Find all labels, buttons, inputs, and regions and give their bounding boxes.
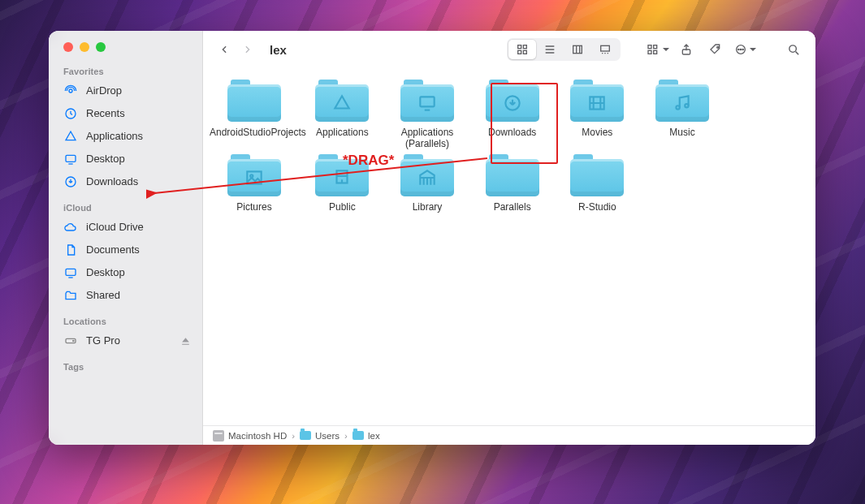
folder-icon	[300, 431, 311, 440]
folder-icon	[570, 154, 624, 196]
download-circle-icon	[63, 174, 78, 189]
folder-item[interactable]: AndroidStudioProjects	[210, 80, 299, 149]
sidebar-item-airdrop[interactable]: AirDrop	[49, 80, 202, 102]
clock-icon	[63, 106, 78, 121]
document-icon	[63, 243, 78, 257]
chevron-right-icon: ›	[292, 431, 295, 441]
svg-point-0	[69, 89, 72, 93]
path-crumb-label: Macintosh HD	[228, 431, 287, 441]
sidebar-item-icloud-drive[interactable]: iCloud Drive	[49, 216, 202, 239]
sidebar-item-label: Desktop	[86, 265, 125, 281]
folder-label: R-Studio	[578, 201, 616, 213]
folder-item[interactable]: Pictures	[210, 154, 299, 213]
sidebar-item-applications[interactable]: Applications	[49, 125, 202, 148]
folder-icon	[570, 80, 624, 122]
svg-rect-2	[66, 155, 76, 162]
search-button[interactable]	[781, 39, 806, 60]
folder-icon	[352, 431, 364, 440]
view-mode-segment	[507, 38, 621, 61]
toolbar: lex	[203, 31, 815, 68]
folder-icon	[315, 80, 369, 122]
view-icons-button[interactable]	[508, 40, 536, 59]
back-button[interactable]	[213, 38, 236, 61]
view-gallery-button[interactable]	[591, 40, 619, 59]
sidebar-item-desktop[interactable]: Desktop	[49, 148, 202, 170]
folder-item[interactable]: Movies	[556, 80, 639, 149]
path-crumb[interactable]: lex	[352, 431, 380, 441]
folder-label: Library	[413, 201, 443, 213]
folder-item[interactable]: R-Studio	[556, 154, 639, 213]
group-by-button[interactable]	[645, 39, 669, 60]
folder-label: Movies	[582, 127, 612, 138]
svg-point-18	[717, 46, 719, 48]
tags-button[interactable]	[703, 39, 728, 60]
folder-sublabel: (Parallels)	[405, 138, 449, 149]
path-bar: Macintosh HD › Users › lex	[203, 425, 815, 445]
desktop-icon	[63, 152, 78, 166]
window-title: lex	[270, 43, 287, 57]
svg-rect-10	[523, 50, 526, 54]
folder-label: Downloads	[488, 127, 536, 138]
view-list-button[interactable]	[536, 40, 564, 59]
svg-rect-11	[573, 45, 582, 53]
finder-window: Favorites AirDrop Recents Applications	[49, 31, 815, 445]
svg-point-20	[737, 49, 738, 50]
sidebar-section-tags: Tags	[49, 359, 202, 375]
folder-label: Applications	[316, 127, 369, 138]
minimize-window-button[interactable]	[80, 42, 89, 52]
folder-item[interactable]: Applications	[301, 80, 384, 149]
sidebar-item-documents[interactable]: Documents	[49, 239, 202, 261]
folder-item[interactable]: Parallels	[470, 154, 554, 213]
folder-icon	[227, 80, 281, 122]
svg-point-6	[73, 340, 74, 341]
sidebar-item-label: AirDrop	[86, 83, 122, 99]
sidebar-item-label: TG Pro	[86, 333, 120, 349]
path-crumb[interactable]: Macintosh HD	[213, 430, 287, 442]
fullscreen-window-button[interactable]	[96, 42, 106, 52]
path-crumb-label: lex	[368, 431, 380, 441]
window-body: Favorites AirDrop Recents Applications	[49, 31, 815, 445]
sidebar-section-icloud: iCloud	[49, 200, 202, 216]
folder-item[interactable]: Public	[301, 154, 384, 213]
folder-item[interactable]: Music	[641, 80, 724, 149]
sidebar-item-label: Shared	[86, 287, 120, 304]
svg-rect-16	[653, 50, 656, 54]
sidebar-item-label: Recents	[86, 106, 125, 122]
sidebar-item-icloud-desktop[interactable]: Desktop	[49, 261, 202, 284]
folder-icon	[315, 154, 369, 196]
sidebar-item-downloads[interactable]: Downloads	[49, 170, 202, 193]
folder-item[interactable]: Downloads	[470, 80, 554, 149]
folder-label: Public	[329, 201, 356, 213]
folder-item[interactable]: Applications(Parallels)	[386, 80, 469, 149]
svg-rect-9	[518, 50, 521, 54]
view-columns-button[interactable]	[564, 40, 591, 59]
folder-label: Applications	[401, 127, 454, 138]
folder-icon	[400, 154, 454, 196]
sidebar-section-favorites: Favorites	[49, 63, 202, 80]
airdrop-icon	[63, 84, 78, 98]
desktop-icon	[63, 265, 78, 280]
actions-button[interactable]	[733, 39, 757, 60]
svg-rect-15	[653, 45, 656, 49]
share-button[interactable]	[674, 39, 698, 60]
sidebar-item-tgpro[interactable]: TG Pro	[49, 330, 202, 352]
folder-label: AndroidStudioProjects	[210, 127, 299, 138]
path-crumb-label: Users	[315, 431, 340, 441]
eject-icon[interactable]	[180, 336, 191, 347]
sidebar-item-label: iCloud Drive	[86, 219, 144, 235]
disk-icon	[213, 430, 224, 442]
disk-icon	[63, 334, 78, 348]
path-crumb[interactable]: Users	[300, 431, 340, 441]
svg-rect-7	[518, 45, 521, 49]
sidebar-section-locations: Locations	[49, 313, 202, 330]
folder-icon	[227, 154, 281, 196]
sidebar-item-shared[interactable]: Shared	[49, 284, 202, 307]
close-window-button[interactable]	[63, 42, 73, 52]
sidebar-item-recents[interactable]: Recents	[49, 102, 202, 125]
svg-rect-29	[247, 171, 261, 183]
folder-item[interactable]: Library	[386, 154, 469, 213]
forward-button[interactable]	[236, 38, 258, 61]
folder-icon	[486, 80, 539, 122]
sidebar-item-label: Applications	[86, 128, 143, 144]
icon-grid[interactable]: AndroidStudioProjectsApplicationsApplica…	[203, 68, 815, 425]
